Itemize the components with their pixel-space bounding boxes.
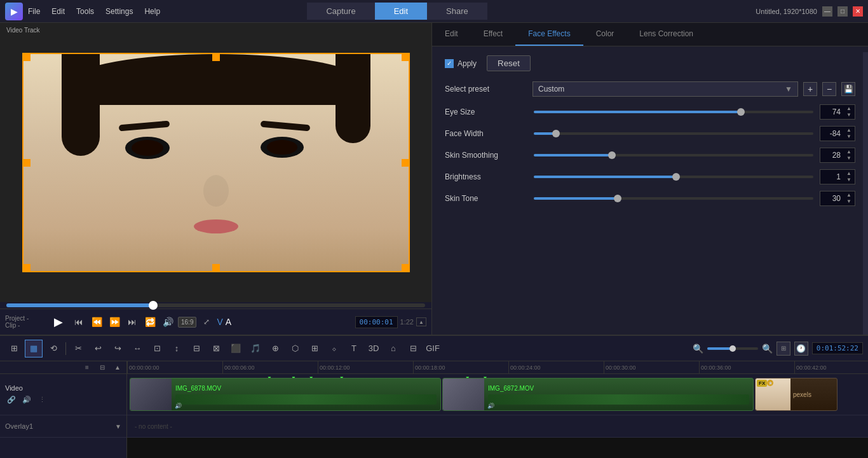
eye-size-slider[interactable] — [534, 111, 813, 113]
corner-handle-bl[interactable] — [23, 264, 31, 272]
overlay-expand-icon[interactable]: ▼ — [115, 423, 121, 430]
menu-edit[interactable]: Edit — [51, 7, 65, 16]
skin-smoothing-slider[interactable] — [534, 154, 813, 156]
tl-btn-clip[interactable]: ▦ — [25, 340, 43, 357]
v-label[interactable]: V — [217, 317, 222, 327]
zoom-fit-button[interactable]: ⊞ — [776, 342, 790, 356]
video-link-button[interactable]: 🔗 — [5, 394, 18, 405]
face-width-down[interactable]: ▼ — [844, 134, 853, 140]
nav-tab-capture[interactable]: Capture — [307, 3, 374, 20]
preset-save-button[interactable]: 💾 — [841, 82, 855, 96]
tl-btn-text[interactable]: T — [345, 340, 363, 357]
track-expand-button[interactable]: ▲ — [111, 363, 124, 373]
tl-btn-audio[interactable]: 🎵 — [247, 340, 264, 357]
corner-handle-br[interactable] — [402, 264, 409, 272]
tl-btn-grid[interactable]: ⊡ — [148, 340, 166, 357]
zoom-out-button[interactable]: 🔍 — [693, 344, 703, 354]
menu-tools[interactable]: Tools — [76, 7, 94, 16]
tl-btn-redo[interactable]: ↪ — [109, 340, 126, 357]
tl-btn-mask[interactable]: ⌂ — [384, 340, 402, 357]
next-frame-button[interactable]: ⏩ — [107, 314, 122, 330]
tl-btn-cut[interactable]: ✂ — [69, 340, 87, 357]
window-close[interactable]: ✕ — [853, 6, 863, 17]
tab-lens-correction[interactable]: Lens Correction — [627, 23, 706, 46]
time-spinner-up[interactable]: ▲ — [416, 317, 426, 326]
video-clip-2[interactable]: IMG_6872.MOV 🔊 — [442, 378, 754, 411]
tab-effect[interactable]: Effect — [471, 23, 515, 46]
mid-handle-b[interactable] — [212, 264, 220, 272]
menu-file[interactable]: File — [28, 7, 40, 16]
tl-btn-gif[interactable]: GIF — [424, 340, 442, 357]
nav-tab-share[interactable]: Share — [427, 3, 487, 20]
mid-handle-l[interactable] — [23, 159, 31, 167]
face-width-up[interactable]: ▲ — [844, 127, 853, 134]
tl-btn-audio-match[interactable]: ↕ — [168, 340, 186, 357]
tl-btn-sticker[interactable]: ⬡ — [286, 340, 304, 357]
a-label[interactable]: A — [226, 317, 231, 327]
tl-btn-color-fx[interactable]: ⬛ — [227, 340, 245, 357]
menu-settings[interactable]: Settings — [105, 7, 133, 16]
apply-checkbox-label[interactable]: ✓ Apply — [445, 59, 477, 68]
skin-tone-up[interactable]: ▲ — [844, 192, 853, 198]
preview-frame[interactable] — [22, 53, 410, 272]
tl-btn-left[interactable]: ⊠ — [207, 340, 225, 357]
seek-thumb[interactable] — [149, 301, 158, 310]
skin-tone-slider[interactable] — [534, 197, 813, 200]
brightness-thumb[interactable] — [672, 173, 680, 181]
eye-size-up[interactable]: ▲ — [844, 106, 853, 112]
face-width-thumb[interactable] — [552, 130, 560, 137]
track-add-button[interactable]: ≡ — [81, 363, 93, 373]
skin-tone-thumb[interactable] — [614, 195, 621, 202]
skin-tone-down[interactable]: ▼ — [844, 198, 853, 205]
tl-btn-split[interactable]: ⊞ — [306, 340, 323, 357]
apply-checkbox[interactable]: ✓ — [445, 59, 454, 68]
volume-button[interactable]: 🔊 — [160, 314, 175, 330]
eye-size-down[interactable]: ▼ — [844, 112, 853, 118]
tl-btn-undo[interactable]: ↩ — [89, 340, 107, 357]
loop-button[interactable]: 🔁 — [142, 314, 158, 330]
track-collapse-button[interactable]: ⊟ — [96, 363, 109, 373]
preset-add-button[interactable]: + — [803, 82, 817, 96]
tab-face-effects[interactable]: Face Effects — [515, 23, 583, 46]
tl-btn-3d[interactable]: 3D — [365, 340, 383, 357]
face-width-slider[interactable] — [534, 132, 813, 135]
panel-scrollbar[interactable] — [863, 52, 868, 335]
corner-handle-tr[interactable] — [402, 53, 409, 61]
mid-handle-r[interactable] — [402, 159, 409, 167]
skin-smoothing-thumb[interactable] — [608, 151, 616, 159]
skip-start-button[interactable]: ⏮ — [71, 314, 86, 330]
eye-size-thumb[interactable] — [737, 108, 745, 116]
skin-smoothing-down[interactable]: ▼ — [844, 155, 853, 162]
tl-btn-convert[interactable]: ⟲ — [44, 340, 62, 357]
seek-bar[interactable] — [6, 303, 425, 307]
tl-btn-add[interactable]: ⊕ — [266, 340, 284, 357]
skin-smoothing-up[interactable]: ▲ — [844, 149, 853, 155]
nav-tab-edit[interactable]: Edit — [375, 3, 427, 20]
window-minimize[interactable]: — — [822, 6, 832, 17]
video-mute-button[interactable]: 🔊 — [20, 394, 33, 405]
corner-handle-tl[interactable] — [23, 53, 31, 61]
reset-button[interactable]: Reset — [487, 55, 531, 71]
zoom-slider[interactable] — [707, 347, 758, 350]
skip-end-button[interactable]: ⏭ — [125, 314, 140, 330]
video-settings-button[interactable]: ⋮ — [36, 394, 48, 405]
preset-remove-button[interactable]: − — [822, 82, 836, 96]
tl-btn-library[interactable]: ⊞ — [5, 340, 23, 357]
resize-mode-button[interactable]: ⤢ — [199, 314, 214, 330]
preset-dropdown[interactable]: Custom ▼ — [532, 81, 798, 97]
prev-frame-button[interactable]: ⏪ — [89, 314, 104, 330]
clock-icon-btn[interactable]: 🕐 — [794, 342, 808, 356]
mid-handle-t[interactable] — [212, 53, 220, 61]
tl-btn-track[interactable]: ⬦ — [325, 340, 343, 357]
menu-help[interactable]: Help — [144, 7, 160, 16]
zoom-in-button[interactable]: 🔍 — [762, 344, 773, 354]
tl-btn-pip[interactable]: ⊟ — [404, 340, 422, 357]
play-button[interactable]: ▶ — [48, 312, 69, 332]
aspect-ratio-btn[interactable]: 16:9 — [178, 317, 196, 328]
window-maximize[interactable]: □ — [837, 6, 848, 17]
brightness-down[interactable]: ▼ — [844, 177, 853, 183]
brightness-slider[interactable] — [534, 176, 813, 178]
tl-btn-stretch[interactable]: ↔ — [128, 340, 146, 357]
brightness-up[interactable]: ▲ — [844, 170, 853, 177]
video-clip-3[interactable]: pexels FX ★ — [755, 378, 837, 411]
